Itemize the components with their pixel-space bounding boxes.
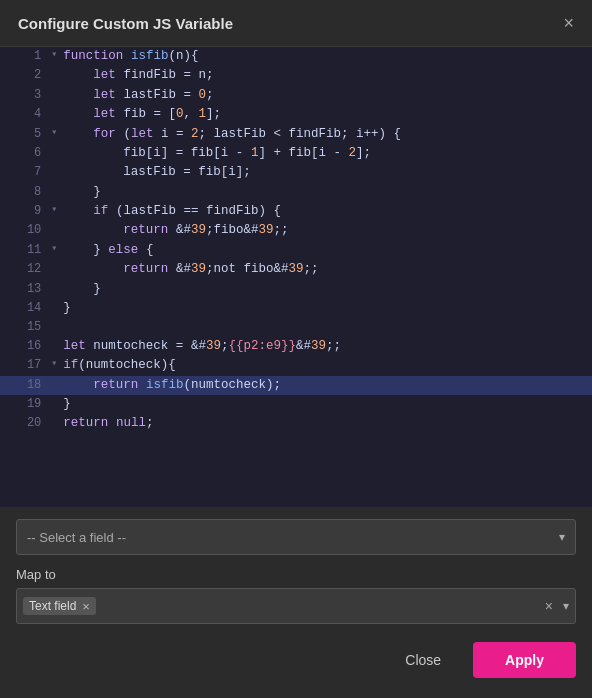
line-content: } bbox=[59, 395, 592, 414]
map-to-controls: × ▾ bbox=[545, 598, 569, 614]
line-fold-arrow bbox=[49, 414, 59, 433]
line-content: lastFib = fib[i]; bbox=[59, 163, 592, 182]
code-line: 16let numtocheck = &#39;{{p2:e9}}&#39;; bbox=[0, 337, 592, 356]
code-line: 4 let fib = [0, 1]; bbox=[0, 105, 592, 124]
bottom-section: -- Select a field -- ▾ Map to Text field… bbox=[0, 507, 592, 624]
line-number: 16 bbox=[0, 337, 49, 356]
modal-container: Configure Custom JS Variable × 1▾functio… bbox=[0, 0, 592, 698]
line-content: function isfib(n){ bbox=[59, 47, 592, 66]
line-number: 14 bbox=[0, 299, 49, 318]
code-line: 6 fib[i] = fib[i - 1] + fib[i - 2]; bbox=[0, 144, 592, 163]
map-to-label: Map to bbox=[16, 567, 576, 582]
map-to-row: Text field × × ▾ bbox=[16, 588, 576, 624]
line-number: 8 bbox=[0, 183, 49, 202]
apply-button[interactable]: Apply bbox=[473, 642, 576, 678]
line-fold-arrow bbox=[49, 395, 59, 414]
tag-label: Text field bbox=[29, 599, 76, 613]
line-content: return null; bbox=[59, 414, 592, 433]
line-content: let numtocheck = &#39;{{p2:e9}}&#39;; bbox=[59, 337, 592, 356]
line-number: 5 bbox=[0, 125, 49, 144]
field-select-chevron-icon: ▾ bbox=[559, 530, 565, 544]
line-content: } bbox=[59, 299, 592, 318]
line-content: return isfib(numtocheck); bbox=[59, 376, 592, 395]
code-editor-scroll[interactable]: 1▾function isfib(n){2 let findFib = n;3 … bbox=[0, 47, 592, 507]
map-to-tag: Text field × bbox=[23, 597, 96, 615]
code-editor-area[interactable]: 1▾function isfib(n){2 let findFib = n;3 … bbox=[0, 47, 592, 507]
line-fold-arrow bbox=[49, 183, 59, 202]
field-select-label: -- Select a field -- bbox=[27, 530, 126, 545]
code-line: 13 } bbox=[0, 280, 592, 299]
code-line: 10 return &#39;fibo&#39;; bbox=[0, 221, 592, 240]
code-line: 14} bbox=[0, 299, 592, 318]
line-content: if (lastFib == findFib) { bbox=[59, 202, 592, 221]
line-fold-arrow bbox=[49, 260, 59, 279]
line-content: } bbox=[59, 183, 592, 202]
line-number: 19 bbox=[0, 395, 49, 414]
line-fold-arrow[interactable]: ▾ bbox=[49, 356, 59, 375]
code-line: 1▾function isfib(n){ bbox=[0, 47, 592, 66]
code-line: 19} bbox=[0, 395, 592, 414]
line-content: let lastFib = 0; bbox=[59, 86, 592, 105]
line-fold-arrow bbox=[49, 221, 59, 240]
line-fold-arrow bbox=[49, 163, 59, 182]
code-line: 15 bbox=[0, 318, 592, 337]
code-line: 3 let lastFib = 0; bbox=[0, 86, 592, 105]
line-fold-arrow bbox=[49, 337, 59, 356]
modal-close-button[interactable]: × bbox=[563, 14, 574, 32]
line-number: 1 bbox=[0, 47, 49, 66]
code-line: 5▾ for (let i = 2; lastFib < findFib; i+… bbox=[0, 125, 592, 144]
line-content: let findFib = n; bbox=[59, 66, 592, 85]
line-number: 15 bbox=[0, 318, 49, 337]
code-line: 20return null; bbox=[0, 414, 592, 433]
line-content: for (let i = 2; lastFib < findFib; i++) … bbox=[59, 125, 592, 144]
code-line: 17▾if(numtocheck){ bbox=[0, 356, 592, 375]
line-content: fib[i] = fib[i - 1] + fib[i - 2]; bbox=[59, 144, 592, 163]
line-number: 17 bbox=[0, 356, 49, 375]
line-fold-arrow[interactable]: ▾ bbox=[49, 202, 59, 221]
line-number: 7 bbox=[0, 163, 49, 182]
field-select-dropdown[interactable]: -- Select a field -- ▾ bbox=[16, 519, 576, 555]
line-number: 20 bbox=[0, 414, 49, 433]
line-number: 4 bbox=[0, 105, 49, 124]
line-fold-arrow bbox=[49, 66, 59, 85]
line-number: 6 bbox=[0, 144, 49, 163]
code-line: 9▾ if (lastFib == findFib) { bbox=[0, 202, 592, 221]
modal-title: Configure Custom JS Variable bbox=[18, 15, 233, 32]
line-fold-arrow[interactable]: ▾ bbox=[49, 47, 59, 66]
code-line: 11▾ } else { bbox=[0, 241, 592, 260]
line-number: 13 bbox=[0, 280, 49, 299]
code-line: 8 } bbox=[0, 183, 592, 202]
footer-row: Close Apply bbox=[0, 624, 592, 698]
line-content: if(numtocheck){ bbox=[59, 356, 592, 375]
line-fold-arrow bbox=[49, 280, 59, 299]
line-content bbox=[59, 318, 592, 337]
line-number: 2 bbox=[0, 66, 49, 85]
line-number: 9 bbox=[0, 202, 49, 221]
line-fold-arrow bbox=[49, 105, 59, 124]
code-line: 12 return &#39;not fibo&#39;; bbox=[0, 260, 592, 279]
line-fold-arrow[interactable]: ▾ bbox=[49, 125, 59, 144]
line-content: let fib = [0, 1]; bbox=[59, 105, 592, 124]
line-content: } else { bbox=[59, 241, 592, 260]
line-fold-arrow bbox=[49, 376, 59, 395]
line-fold-arrow[interactable]: ▾ bbox=[49, 241, 59, 260]
line-number: 10 bbox=[0, 221, 49, 240]
line-number: 11 bbox=[0, 241, 49, 260]
line-content: return &#39;not fibo&#39;; bbox=[59, 260, 592, 279]
line-content: return &#39;fibo&#39;; bbox=[59, 221, 592, 240]
line-content: } bbox=[59, 280, 592, 299]
code-table: 1▾function isfib(n){2 let findFib = n;3 … bbox=[0, 47, 592, 434]
code-line: 2 let findFib = n; bbox=[0, 66, 592, 85]
line-fold-arrow bbox=[49, 318, 59, 337]
line-fold-arrow bbox=[49, 86, 59, 105]
code-line: 7 lastFib = fib[i]; bbox=[0, 163, 592, 182]
map-to-chevron-icon: ▾ bbox=[563, 599, 569, 613]
line-number: 12 bbox=[0, 260, 49, 279]
code-line: 18 return isfib(numtocheck); bbox=[0, 376, 592, 395]
map-to-clear-button[interactable]: × bbox=[545, 598, 553, 614]
close-button[interactable]: Close bbox=[385, 644, 461, 676]
tag-remove-button[interactable]: × bbox=[82, 600, 90, 613]
modal-header: Configure Custom JS Variable × bbox=[0, 0, 592, 47]
line-fold-arrow bbox=[49, 299, 59, 318]
line-fold-arrow bbox=[49, 144, 59, 163]
